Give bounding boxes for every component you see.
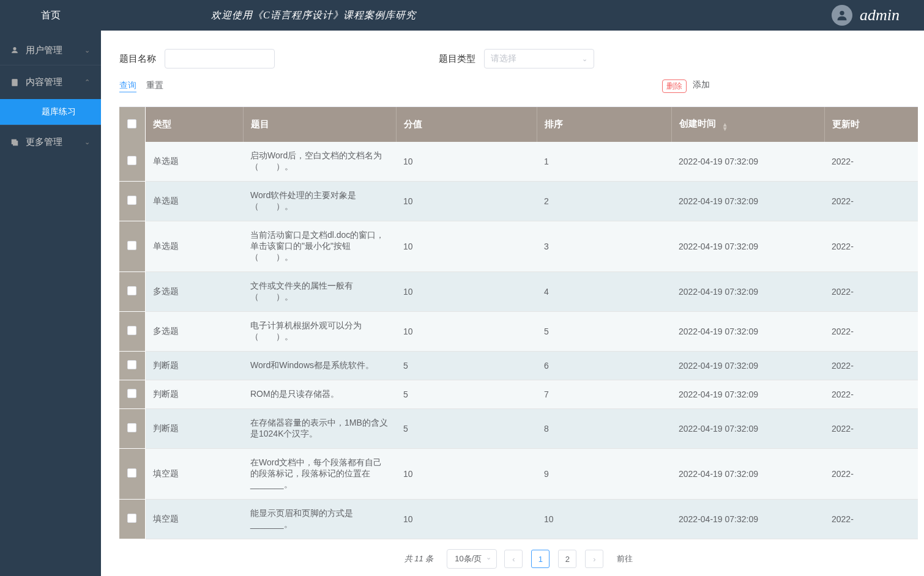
table-row: 判断题在存储器容量的表示中，1MB的含义是1024K个汉字。582022-04-… xyxy=(119,409,918,449)
header: 首页 欢迎使用《C语言程序设计》课程案例库研究 admin xyxy=(0,0,924,31)
next-page-button[interactable]: › xyxy=(585,550,603,568)
cell-score: 5 xyxy=(396,409,537,449)
cell-title: ROM的是只读存储器。 xyxy=(243,380,396,409)
cell-order: 6 xyxy=(537,352,671,380)
header-title[interactable]: 题目 xyxy=(243,107,396,142)
row-checkbox-cell xyxy=(119,449,145,500)
cell-type: 多选题 xyxy=(145,272,243,312)
cell-score: 10 xyxy=(396,272,537,312)
cell-type: 填空题 xyxy=(145,449,243,500)
cell-type: 单选题 xyxy=(145,182,243,221)
cell-ctime: 2022-04-19 07:32:09 xyxy=(671,142,824,182)
cell-type: 填空题 xyxy=(145,500,243,539)
header-order[interactable]: 排序 xyxy=(537,107,671,142)
page-size-select[interactable]: 10条/页 ⌄ xyxy=(447,549,497,569)
table-row: 多选题文件或文件夹的属性一般有（ ）。1042022-04-19 07:32:0… xyxy=(119,272,918,312)
menu-content-management[interactable]: 内容管理 ⌃ xyxy=(0,65,101,99)
row-checkbox-cell xyxy=(119,352,145,380)
chevron-down-icon: ⌄ xyxy=(582,55,587,63)
row-checkbox[interactable] xyxy=(127,286,136,295)
cell-ctime: 2022-04-19 07:32:09 xyxy=(671,352,824,380)
menu-user-management[interactable]: 用户管理 ⌄ xyxy=(0,31,101,65)
cell-utime: 2022- xyxy=(824,142,918,182)
svg-point-1 xyxy=(13,47,17,50)
header-ctime[interactable]: 创建时间 ▲▼ xyxy=(671,107,824,142)
cell-order: 5 xyxy=(537,312,671,352)
cell-ctime: 2022-04-19 07:32:09 xyxy=(671,312,824,352)
app-title: 欢迎使用《C语言程序设计》课程案例库研究 xyxy=(101,9,832,22)
table-row: 判断题Word和Windows都是系统软件。562022-04-19 07:32… xyxy=(119,352,918,380)
action-row: 查询 重置 删除 添加 xyxy=(119,79,918,93)
cell-order: 3 xyxy=(537,221,671,272)
row-checkbox[interactable] xyxy=(127,360,136,369)
stack-icon xyxy=(10,138,20,147)
cell-order: 7 xyxy=(537,380,671,409)
query-button[interactable]: 查询 xyxy=(119,80,136,92)
menu-more-management[interactable]: 更多管理 ⌄ xyxy=(0,125,101,159)
submenu-question-bank[interactable]: 题库练习 xyxy=(0,99,101,125)
select-placeholder: 请选择 xyxy=(491,53,516,64)
cell-type: 单选题 xyxy=(145,142,243,182)
header-type[interactable]: 类型 xyxy=(145,107,243,142)
row-checkbox-cell xyxy=(119,500,145,539)
user-icon xyxy=(10,45,20,55)
header-utime[interactable]: 更新时 xyxy=(824,107,918,142)
cell-utime: 2022- xyxy=(824,272,918,312)
chevron-up-icon: ⌃ xyxy=(84,78,90,86)
user-section[interactable]: admin xyxy=(832,5,924,26)
row-checkbox[interactable] xyxy=(127,196,136,205)
row-checkbox[interactable] xyxy=(127,389,136,398)
chevron-down-icon: ⌄ xyxy=(84,46,90,54)
cell-type: 单选题 xyxy=(145,221,243,272)
row-checkbox-cell xyxy=(119,221,145,272)
header-score[interactable]: 分值 xyxy=(396,107,537,142)
row-checkbox[interactable] xyxy=(127,241,136,250)
cell-score: 5 xyxy=(396,352,537,380)
cell-title: Word和Windows都是系统软件。 xyxy=(243,352,396,380)
type-label: 题目类型 xyxy=(439,53,475,65)
cell-utime: 2022- xyxy=(824,409,918,449)
row-checkbox-cell xyxy=(119,380,145,409)
row-checkbox-cell xyxy=(119,409,145,449)
page-2-button[interactable]: 2 xyxy=(558,550,576,568)
main-content: 题目名称 题目类型 请选择 ⌄ 查询 重置 删除 添加 xyxy=(101,31,924,576)
chevron-down-icon: ⌄ xyxy=(486,553,491,561)
avatar-icon xyxy=(832,5,852,26)
jump-label: 前往 xyxy=(617,553,633,564)
table-row: 多选题电子计算机根据外观可以分为（ ）。1052022-04-19 07:32:… xyxy=(119,312,918,352)
table-row: 判断题ROM的是只读存储器。572022-04-19 07:32:092022- xyxy=(119,380,918,409)
cell-utime: 2022- xyxy=(824,380,918,409)
cell-ctime: 2022-04-19 07:32:09 xyxy=(671,182,824,221)
row-checkbox[interactable] xyxy=(127,514,136,523)
cell-order: 8 xyxy=(537,409,671,449)
row-checkbox-cell xyxy=(119,272,145,312)
cell-ctime: 2022-04-19 07:32:09 xyxy=(671,409,824,449)
cell-ctime: 2022-04-19 07:32:09 xyxy=(671,272,824,312)
cell-title: 文件或文件夹的属性一般有（ ）。 xyxy=(243,272,396,312)
select-all-checkbox[interactable] xyxy=(127,119,136,128)
row-checkbox[interactable] xyxy=(127,423,136,432)
pagination: 共 11 条 10条/页 ⌄ ‹ 1 2 › 前往 xyxy=(119,539,918,575)
delete-button[interactable]: 删除 xyxy=(662,79,687,93)
row-checkbox[interactable] xyxy=(127,156,136,165)
home-link[interactable]: 首页 xyxy=(0,9,101,22)
add-button[interactable]: 添加 xyxy=(693,79,710,93)
header-checkbox-cell xyxy=(119,107,145,142)
cell-utime: 2022- xyxy=(824,182,918,221)
chevron-down-icon: ⌄ xyxy=(84,138,90,146)
row-checkbox[interactable] xyxy=(127,468,136,478)
svg-rect-4 xyxy=(13,141,18,145)
cell-score: 10 xyxy=(396,182,537,221)
page-1-button[interactable]: 1 xyxy=(531,550,550,568)
cell-title: 电子计算机根据外观可以分为（ ）。 xyxy=(243,312,396,352)
sidebar: 用户管理 ⌄ 内容管理 ⌃ 题库练习 更多管理 ⌄ xyxy=(0,31,101,576)
name-input[interactable] xyxy=(165,49,275,68)
cell-ctime: 2022-04-19 07:32:09 xyxy=(671,380,824,409)
row-checkbox[interactable] xyxy=(127,326,136,335)
cell-ctime: 2022-04-19 07:32:09 xyxy=(671,500,824,539)
table-row: 单选题Word软件处理的主要对象是（ ）。1022022-04-19 07:32… xyxy=(119,182,918,221)
cell-utime: 2022- xyxy=(824,352,918,380)
prev-page-button[interactable]: ‹ xyxy=(504,550,523,568)
reset-button[interactable]: 重置 xyxy=(146,80,163,92)
type-select[interactable]: 请选择 ⌄ xyxy=(484,49,594,68)
